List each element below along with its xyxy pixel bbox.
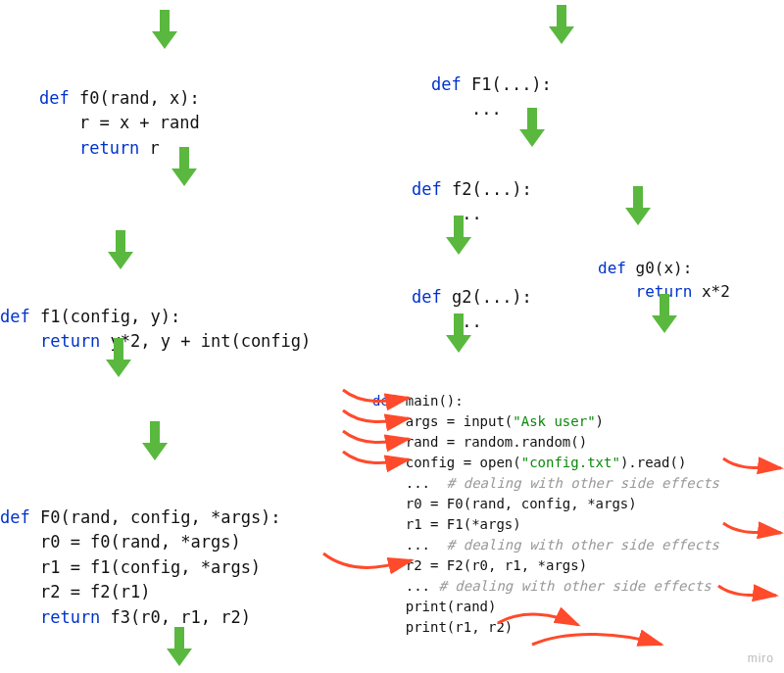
code-text: print(rand) <box>372 599 496 614</box>
flow-arrow-down-icon <box>446 216 471 255</box>
code-comment: # dealing with other side effects <box>438 475 719 491</box>
keyword-def: def <box>431 74 462 94</box>
code-text: ... <box>372 578 430 594</box>
code-text: ).read() <box>620 455 686 470</box>
code-block-f2-right: def f2(...): ... <box>412 152 532 227</box>
code-text: r0 = F0(rand, config, *args) <box>372 496 637 511</box>
side-effect-out-arrow-icon <box>529 627 666 656</box>
code-text: r1 = f1(config, *args) <box>0 557 261 577</box>
code-text: r0 = f0(rand, *args) <box>0 532 241 552</box>
code-text: f1(config, y): <box>30 307 181 326</box>
code-text: f3(r0, r1, r2) <box>100 607 251 627</box>
keyword-def: def <box>412 287 442 307</box>
keyword-def: def <box>0 507 30 527</box>
code-text: r <box>139 138 159 158</box>
code-block-f0: def f0(rand, x): r = x + rand return r <box>39 61 200 161</box>
keyword-return: return <box>598 282 692 301</box>
code-text: F1(...): <box>462 74 552 94</box>
flow-arrow-down-icon <box>142 421 168 460</box>
flow-arrow-down-icon <box>519 108 545 147</box>
flow-arrow-down-icon <box>152 10 177 49</box>
code-text: r = x + rand <box>39 113 200 132</box>
keyword-def: def <box>598 259 626 277</box>
keyword-def: def <box>412 179 442 199</box>
flow-arrow-down-icon <box>108 230 133 269</box>
keyword-def: def <box>0 307 30 326</box>
keyword-def: def <box>39 88 70 108</box>
miro-watermark: miro <box>748 651 774 665</box>
code-text: f2(...): <box>442 179 532 199</box>
code-block-f1: def f1(config, y): return y*2, y + int(c… <box>0 279 311 355</box>
flow-arrow-down-icon <box>652 294 677 333</box>
flow-arrow-down-icon <box>549 5 574 44</box>
keyword-return: return <box>39 138 139 158</box>
side-effect-out-arrow-icon <box>715 578 784 605</box>
code-block-main: def main(): args = input("Ask user") ran… <box>372 370 719 638</box>
keyword-return: return <box>0 331 100 351</box>
code-text: f0(rand, x): <box>70 88 200 108</box>
keyword-return: return <box>0 607 100 627</box>
flow-arrow-down-icon <box>172 147 197 186</box>
code-text: r2 = f2(r1) <box>0 582 151 601</box>
code-text: y*2, y + int(config) <box>100 331 311 351</box>
code-text: g0(x): <box>626 259 692 277</box>
string-literal: "Ask user" <box>513 413 595 429</box>
code-text: x*2 <box>692 282 730 301</box>
side-effect-in-arrow-icon <box>338 446 416 475</box>
code-text: print(r1, r2) <box>372 619 513 635</box>
code-text: ) <box>596 413 604 429</box>
flow-arrow-down-icon <box>446 313 471 353</box>
string-literal: "config.txt" <box>521 455 620 470</box>
code-text: r1 = F1(*args) <box>372 516 521 532</box>
code-text: g2(...): <box>442 287 532 307</box>
flow-arrow-down-icon <box>625 186 651 225</box>
code-comment: # dealing with other side effects <box>438 537 719 553</box>
side-effect-out-arrow-icon <box>720 451 784 478</box>
code-text: ... <box>431 99 502 119</box>
code-comment: # dealing with other side effects <box>430 578 711 594</box>
code-text: ... <box>372 475 438 491</box>
flow-arrow-down-icon <box>106 338 131 377</box>
flow-arrow-down-icon <box>167 627 192 666</box>
code-block-F0: def F0(rand, config, *args): r0 = f0(ran… <box>0 480 281 630</box>
code-text: F0(rand, config, *args): <box>30 507 281 527</box>
side-effect-out-arrow-icon <box>720 515 784 543</box>
side-effect-in-arrow-icon <box>318 549 416 578</box>
code-block-g2-right: def g2(...): ... <box>412 260 532 335</box>
